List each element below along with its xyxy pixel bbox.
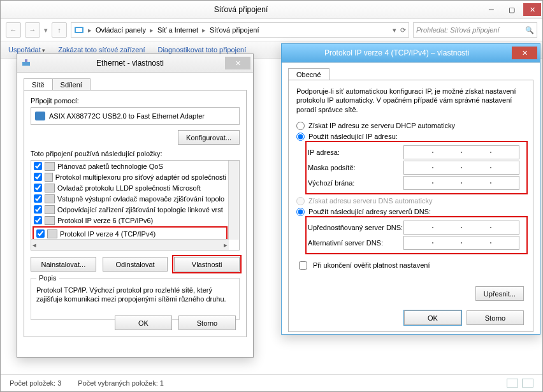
tab-sharing[interactable]: Sdílení <box>52 78 90 91</box>
protocol-icon <box>45 194 55 203</box>
horizontal-scrollbar[interactable]: ◂▸ <box>31 239 229 250</box>
radio-dns-auto: Získat adresu serveru DNS automaticky <box>296 197 525 205</box>
item-checkbox[interactable] <box>34 184 42 192</box>
item-checkbox[interactable] <box>34 194 42 203</box>
item-checkbox[interactable] <box>34 205 42 214</box>
breadcrumb[interactable]: ▸ Ovládací panely ▸ Síť a Internet ▸ Síť… <box>71 22 409 38</box>
dialog-titlebar: Protokol IP verze 4 (TCP/IPv4) – vlastno… <box>282 44 540 62</box>
search-icon: 🔍 <box>525 26 534 34</box>
item-checkbox[interactable] <box>36 229 45 238</box>
protocol-icon <box>45 205 55 214</box>
list-item: Ovladač protokolu LLDP společnosti Micro… <box>31 182 229 193</box>
close-icon[interactable]: ✕ <box>225 57 250 69</box>
ipv4-properties-dialog: Protokol IP verze 4 (TCP/IPv4) – vlastno… <box>281 43 540 335</box>
vertical-scrollbar[interactable] <box>228 161 239 240</box>
validate-label: Při ukončení ověřit platnost nastavení <box>313 261 430 269</box>
tab-panel-general: Podporuje-li síť automatickou konfigurac… <box>288 80 533 332</box>
tab-panel-networks: Připojit pomocí: ASIX AX88772C USB2.0 to… <box>24 90 247 337</box>
forward-button[interactable]: → <box>25 22 40 38</box>
svg-rect-1 <box>76 28 82 32</box>
dialog-titlebar: Ethernet - vlastnosti ✕ <box>17 54 253 73</box>
cmd-diagnose[interactable]: Diagnostikovat toto připojení <box>157 46 246 54</box>
gateway-input[interactable] <box>403 176 519 190</box>
large-view-icon[interactable] <box>522 379 533 388</box>
radio-input[interactable] <box>296 133 305 141</box>
radio-input[interactable] <box>296 122 305 130</box>
status-item-count: Počet položek: 3 <box>10 379 61 387</box>
configure-button[interactable]: Konfigurovat... <box>178 130 240 145</box>
ip-address-input[interactable] <box>403 145 519 159</box>
uninstall-button[interactable]: Odinstalovat <box>103 257 168 272</box>
item-checkbox[interactable] <box>34 216 42 224</box>
scroll-right-icon[interactable]: ▸ <box>224 241 228 249</box>
list-item: Protokol multiplexoru pro síťový adaptér… <box>31 171 229 182</box>
minimize-button[interactable]: ─ <box>482 3 500 16</box>
properties-button[interactable]: Vlastnosti <box>174 257 240 272</box>
search-input[interactable]: Prohledat: Síťová připojení 🔍 <box>413 22 537 38</box>
radio-input <box>296 197 305 205</box>
cancel-button[interactable]: Storno <box>467 310 524 325</box>
cancel-button[interactable]: Storno <box>178 316 236 330</box>
adapter-field: ASIX AX88772C USB2.0 to Fast Ethernet Ad… <box>31 107 240 125</box>
validate-checkbox[interactable] <box>299 261 307 270</box>
cmd-organize[interactable]: Uspořádat <box>8 46 45 54</box>
adapter-name: ASIX AX88772C USB2.0 to Fast Ethernet Ad… <box>49 112 205 120</box>
explorer-window: Síťová připojení ─ ▢ ✕ ← → ▾ ↑ ▸ Ovládac… <box>0 0 543 392</box>
protocol-icon <box>45 162 55 171</box>
install-button[interactable]: Nainstalovat... <box>31 257 96 272</box>
dns1-label: Upřednostňovaný server DNS: <box>308 224 403 231</box>
tab-strip: Sítě Sdílení <box>24 78 253 90</box>
protocol-icon <box>45 173 53 182</box>
scroll-left-icon[interactable]: ◂ <box>33 241 36 249</box>
radio-dhcp[interactable]: Získat IP adresu ze serveru DHCP automat… <box>296 122 525 130</box>
maximize-button[interactable]: ▢ <box>503 3 521 16</box>
crumb-control-panel[interactable]: Ovládací panely <box>96 26 146 34</box>
search-placeholder: Prohledat: Síťová připojení <box>416 26 499 34</box>
list-item: Odpovídající zařízení zjišťování topolog… <box>31 204 229 215</box>
preferred-dns-input[interactable] <box>403 221 519 235</box>
window-title: Síťová připojení <box>1 5 481 14</box>
item-checkbox[interactable] <box>34 162 42 170</box>
ok-button[interactable]: OK <box>404 310 461 325</box>
components-list[interactable]: Plánovač paketů technologie QoS Protokol… <box>31 160 240 250</box>
cmd-disable[interactable]: Zakázat toto síťové zařízení <box>58 46 145 54</box>
radio-dns-static[interactable]: Použít následující adresy serverů DNS: <box>296 208 525 216</box>
details-view-icon[interactable] <box>507 379 518 388</box>
recent-dropdown-icon[interactable]: ▾ <box>44 26 48 34</box>
ip-address-label: IP adresa: <box>308 149 403 156</box>
adapter-icon <box>35 112 45 120</box>
up-button[interactable]: ↑ <box>52 22 67 38</box>
radio-static-ip[interactable]: Použít následující IP adresu: <box>296 133 525 141</box>
item-checkbox[interactable] <box>34 173 42 181</box>
advanced-button[interactable]: Upřesnit... <box>475 286 524 301</box>
status-bar: Počet položek: 3 Počet vybraných položek… <box>1 374 542 391</box>
description-title: Popis <box>36 274 59 282</box>
refresh-icon[interactable]: ⟳ <box>400 26 406 34</box>
description-text: Protokol TCP/IP. Výchozí protokol pro ro… <box>36 286 234 304</box>
close-icon[interactable]: ✕ <box>512 47 537 59</box>
dialog-title: Ethernet - vlastnosti <box>35 59 225 68</box>
validate-checkbox-row[interactable]: Při ukončení ověřit platnost nastavení <box>296 259 525 272</box>
radio-input[interactable] <box>296 208 305 216</box>
list-item: Vstupně výstupní ovladač mapovače zjišťo… <box>31 193 229 204</box>
svg-rect-2 <box>22 62 30 66</box>
address-dropdown-icon[interactable]: ▾ <box>393 26 396 34</box>
network-adapter-icon <box>21 58 31 68</box>
dns2-label: Alternativní server DNS: <box>308 239 403 247</box>
gateway-label: Výchozí brána: <box>308 179 403 187</box>
back-button[interactable]: ← <box>6 22 21 38</box>
nav-bar: ← → ▾ ↑ ▸ Ovládací panely ▸ Síť a Intern… <box>1 19 542 41</box>
svg-rect-3 <box>25 59 27 62</box>
ethernet-properties-dialog: Ethernet - vlastnosti ✕ Sítě Sdílení Při… <box>17 54 254 358</box>
crumb-network-internet[interactable]: Síť a Internet <box>157 26 198 34</box>
close-button[interactable]: ✕ <box>523 3 541 16</box>
protocol-icon <box>45 184 55 192</box>
subnet-mask-input[interactable] <box>403 161 519 175</box>
list-item: Plánovač paketů technologie QoS <box>31 161 229 171</box>
tab-networks[interactable]: Sítě <box>24 78 53 91</box>
description-group: Popis Protokol TCP/IP. Výchozí protokol … <box>31 278 240 320</box>
crumb-network-connections[interactable]: Síťová připojení <box>210 26 259 34</box>
ok-button[interactable]: OK <box>115 316 172 330</box>
tab-general[interactable]: Obecné <box>288 68 329 80</box>
alternate-dns-input[interactable] <box>403 236 519 250</box>
